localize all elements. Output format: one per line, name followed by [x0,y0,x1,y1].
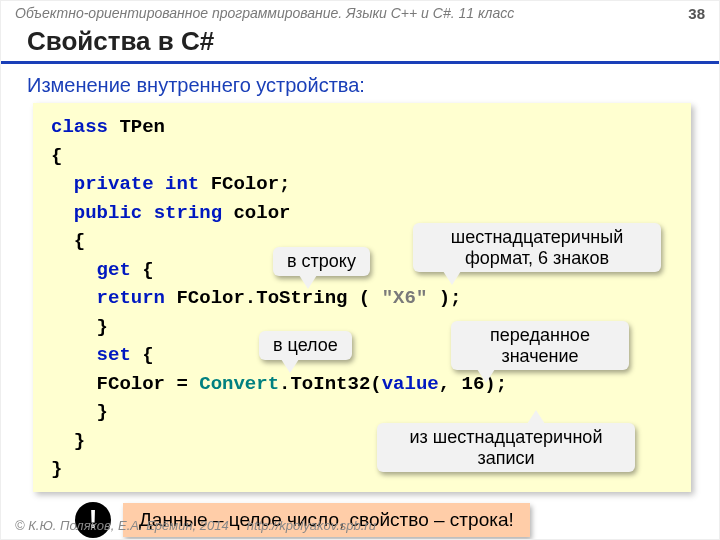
brace: } [97,316,108,338]
callout-tail-icon [477,369,495,383]
copyright: © К.Ю. Поляков, Е.А. Ерёмин, 2014 [15,518,229,533]
code-block: class TPen { private int FColor; public … [33,103,691,492]
id-convert: Convert [199,373,279,395]
callout-text: переданное значение [490,325,590,366]
brace: { [51,142,673,171]
callout-tail-icon [443,271,461,285]
callout-tail-icon [281,359,299,373]
expr-tostring: FColor.ToString [165,287,347,309]
brace: { [74,230,85,252]
callout-passed-value: переданное значение [451,321,629,370]
callout-to-int: в целое [259,331,352,360]
kw-value: value [382,373,439,395]
id-color: color [222,202,290,224]
callout-hex-format: шестнадцатеричный формат, 6 знаков [413,223,661,272]
kw-class: class [51,116,108,138]
course-title: Объектно-ориентированное программировани… [15,5,514,22]
callout-text: в строку [287,251,356,271]
brace: { [131,259,154,281]
callout-from-hex: из шестнадцатеричной записи [377,423,635,472]
paren-end: ); [427,287,461,309]
page-number: 38 [688,5,705,22]
brace: { [131,344,154,366]
kw-get: get [97,259,131,281]
paren: ( [347,287,381,309]
header-bar: Объектно-ориентированное программировани… [1,1,719,24]
kw-public-string: public string [74,202,222,224]
subtitle: Изменение внутреннего устройства: [1,64,719,103]
id-tpen: TPen [108,116,165,138]
brace: } [74,430,85,452]
id-fcolor: FColor; [199,173,290,195]
callout-text: из шестнадцатеричной записи [410,427,603,468]
expr-toint: .ToInt32( [279,373,382,395]
footer: © К.Ю. Поляков, Е.А. Ерёмин, 2014 http:/… [15,518,376,533]
kw-set: set [97,344,131,366]
callout-to-string: в строку [273,247,370,276]
page-title: Свойства в C# [1,24,719,64]
callout-tail-icon [527,410,545,424]
string-literal: "X6" [382,287,428,309]
expr-end: , 16); [439,373,507,395]
callout-text: шестнадцатеричный формат, 6 знаков [451,227,624,268]
footer-url: http://kpolyakov.spb.ru [247,518,376,533]
kw-private-int: private int [74,173,199,195]
expr-assign: FColor = [97,373,200,395]
brace: } [97,401,108,423]
kw-return: return [97,287,165,309]
callout-text: в целое [273,335,338,355]
callout-tail-icon [299,275,317,289]
